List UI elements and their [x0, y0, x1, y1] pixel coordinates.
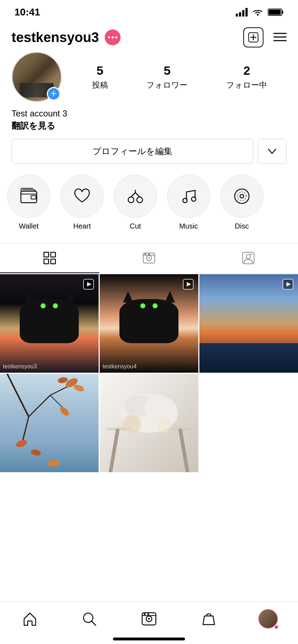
svg-point-50 — [30, 448, 41, 457]
svg-point-33 — [246, 254, 250, 259]
media-cell-3[interactable] — [199, 274, 298, 373]
cat-eye-left-2 — [140, 303, 145, 308]
username-row: testkensyou3 — [12, 29, 121, 45]
highlight-circle-wallet — [7, 175, 50, 218]
svg-line-54 — [180, 430, 188, 472]
add-post-button[interactable] — [243, 27, 263, 47]
home-indicator — [113, 638, 185, 640]
nav-search[interactable] — [75, 608, 104, 630]
following-label: フォロー中 — [226, 80, 267, 91]
nav-profile[interactable] — [254, 608, 283, 630]
svg-line-41 — [29, 395, 50, 417]
posts-count: 5 — [96, 64, 103, 78]
highlight-label-wallet: Wallet — [19, 222, 39, 230]
tab-tagged[interactable] — [199, 244, 298, 273]
heart-icon — [73, 187, 91, 206]
svg-rect-10 — [21, 191, 37, 203]
cat-overlay-1 — [20, 299, 79, 343]
highlight-disc[interactable]: Disc — [220, 175, 263, 230]
edit-profile-row: プロフィールを編集 — [0, 139, 298, 164]
scissors-icon — [126, 187, 145, 206]
content-tabs — [0, 243, 298, 273]
svg-rect-22 — [44, 252, 49, 257]
highlight-circle-heart — [60, 175, 104, 218]
svg-rect-3 — [269, 10, 281, 15]
media-cell-1[interactable]: testkensyou3 — [0, 274, 99, 373]
svg-point-64 — [148, 618, 150, 620]
signal-icon — [236, 8, 248, 17]
media-cell-bg-2: testkensyou4 — [100, 274, 198, 373]
add-story-button[interactable]: + — [47, 87, 60, 101]
media-cell-4[interactable] — [0, 374, 99, 472]
reel-icon-3 — [281, 278, 294, 291]
cat-shape-2 — [119, 299, 179, 343]
svg-point-20 — [240, 194, 244, 198]
media-cell-5[interactable] — [100, 374, 198, 472]
svg-point-66 — [144, 613, 145, 615]
highlight-label-cut: Cut — [130, 222, 141, 230]
plus-icon: + — [51, 88, 57, 98]
profile-info-row: + 5 投稿 5 フォロワー 2 フォロー中 — [0, 52, 298, 102]
reel-icon-1 — [82, 278, 95, 291]
nav-home[interactable] — [15, 608, 44, 630]
svg-rect-25 — [51, 259, 55, 264]
profile-dropdown-button[interactable] — [258, 139, 286, 164]
svg-point-0 — [257, 14, 259, 16]
nav-shop[interactable] — [194, 608, 223, 630]
bio-name: Test account 3 — [12, 109, 286, 119]
status-bar: 10:41 — [0, 0, 298, 22]
media-cell-bg-3 — [199, 274, 298, 373]
stats-row: 5 投稿 5 フォロワー 2 フォロー中 — [73, 64, 286, 91]
ocean-bg — [199, 343, 298, 373]
highlight-cut[interactable]: Cut — [114, 175, 157, 230]
message-badge[interactable] — [105, 29, 121, 45]
media-cell-bg-4 — [0, 374, 99, 472]
translate-link[interactable]: 翻訳を見る — [12, 120, 286, 132]
nav-reels[interactable] — [135, 608, 163, 630]
svg-point-58 — [123, 415, 141, 433]
svg-line-14 — [131, 193, 135, 197]
tab-reels[interactable] — [99, 244, 199, 273]
highlight-wallet[interactable]: Wallet — [7, 175, 50, 230]
media-cell-2[interactable]: testkensyou4 — [100, 274, 198, 373]
tab-grid[interactable] — [0, 244, 99, 273]
following-stat[interactable]: 2 フォロー中 — [226, 64, 267, 91]
cell-label-1: testkensyou3 — [3, 363, 37, 370]
posts-label: 投稿 — [92, 80, 108, 91]
reels-nav-icon — [141, 611, 157, 627]
edit-profile-button[interactable]: プロフィールを編集 — [12, 139, 253, 164]
cat-shape-1 — [20, 299, 79, 343]
header-icons — [243, 27, 286, 47]
wallet-icon — [19, 187, 38, 206]
svg-point-18 — [191, 197, 196, 201]
svg-point-48 — [59, 405, 70, 417]
branches-svg — [0, 374, 99, 472]
bio-section: Test account 3 翻訳を見る — [0, 109, 298, 139]
svg-line-53 — [110, 430, 118, 472]
svg-point-17 — [183, 198, 187, 203]
notification-dot — [274, 625, 279, 630]
svg-point-67 — [147, 613, 149, 615]
posts-stat[interactable]: 5 投稿 — [92, 64, 108, 91]
wifi-icon — [252, 8, 263, 17]
highlight-circle-cut — [114, 175, 157, 218]
svg-line-40 — [7, 374, 29, 417]
highlight-label-heart: Heart — [73, 222, 91, 230]
username: testkensyou3 — [12, 30, 99, 45]
media-cell-6 — [199, 374, 298, 472]
highlight-label-disc: Disc — [235, 222, 249, 230]
profile-header: testkensyou3 — [0, 22, 298, 52]
svg-point-51 — [47, 460, 60, 467]
svg-rect-11 — [31, 196, 36, 199]
svg-rect-23 — [51, 252, 55, 257]
reel-icon-2 — [182, 278, 195, 291]
highlight-music[interactable]: Music — [167, 175, 210, 230]
menu-button[interactable] — [274, 32, 286, 43]
followers-stat[interactable]: 5 フォロワー — [146, 64, 188, 91]
followers-count: 5 — [164, 64, 171, 78]
media-cell-bg-6 — [199, 374, 298, 472]
home-icon — [22, 611, 38, 627]
highlights-row: Wallet Heart Cut — [0, 175, 298, 230]
cat-overlay-2 — [119, 299, 179, 343]
highlight-heart[interactable]: Heart — [60, 175, 104, 230]
